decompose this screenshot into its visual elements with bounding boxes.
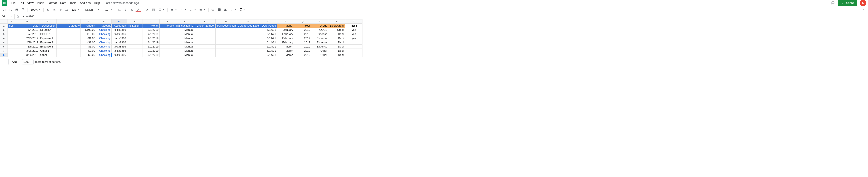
header-cell[interactable]: Group (311, 24, 328, 28)
header-cell[interactable]: Month (277, 24, 294, 28)
header-cell[interactable]: Week (159, 24, 175, 28)
paint-format-button[interactable] (21, 7, 26, 12)
col-header-R[interactable]: R (311, 20, 328, 24)
header-cell[interactable]: Categorized Date (237, 24, 260, 28)
cell[interactable]: February (277, 41, 294, 45)
header-cell[interactable]: Full Description (216, 24, 237, 28)
cell[interactable] (127, 49, 143, 53)
col-header-S[interactable]: S (328, 20, 345, 24)
sheets-logo[interactable] (2, 0, 7, 6)
cell[interactable]: Debit (328, 49, 345, 53)
cell[interactable] (237, 45, 260, 49)
cell[interactable]: Credit (328, 28, 345, 32)
cell[interactable] (237, 32, 260, 36)
number-format-select[interactable]: 123▼ (70, 8, 80, 12)
header-cell[interactable]: Account (96, 24, 112, 28)
cell[interactable]: January (277, 28, 294, 32)
fill-color-button[interactable] (145, 7, 150, 12)
cell[interactable]: Manual (175, 45, 194, 49)
cell[interactable]: -$1.00 (81, 36, 96, 41)
header-cell[interactable]: Check Number (194, 24, 216, 28)
cell[interactable]: 6/14/21 (260, 45, 277, 49)
cell[interactable]: Manual (175, 36, 194, 41)
cell[interactable] (345, 41, 363, 45)
row-header-7[interactable]: 7 (0, 49, 8, 53)
cell[interactable]: 2019 (294, 41, 311, 45)
bold-button[interactable]: B (117, 7, 122, 12)
cell[interactable]: Checking (96, 28, 112, 32)
row-header-5[interactable]: 5 (0, 41, 8, 45)
cell[interactable]: Checking (96, 32, 112, 36)
borders-button[interactable] (151, 7, 156, 12)
text-rotation-button[interactable]: ▼ (198, 8, 207, 12)
cell[interactable] (57, 49, 81, 53)
cell[interactable]: 6/14/21 (260, 36, 277, 41)
header-cell[interactable]: first (8, 24, 15, 28)
cell[interactable] (216, 41, 237, 45)
cell[interactable]: Other 1 (39, 49, 57, 53)
col-header-O[interactable]: O (260, 20, 277, 24)
row-header-6[interactable]: 6 (0, 45, 8, 49)
undo-button[interactable] (2, 7, 7, 12)
cell[interactable]: 2/1/2019 (143, 32, 159, 36)
name-box[interactable]: G8▼ (0, 14, 14, 19)
cell[interactable]: Debit (328, 41, 345, 45)
col-header-K[interactable]: K (175, 20, 194, 24)
header-cell[interactable]: Category (57, 24, 81, 28)
col-header-N[interactable]: N (237, 20, 260, 24)
header-cell[interactable]: Year (294, 24, 311, 28)
cell[interactable]: $100.00 (81, 28, 96, 32)
col-header-L[interactable]: L (194, 20, 216, 24)
grid[interactable]: ABCDEFGHIJKLMNOPQRST1firstDateDescriptio… (0, 19, 868, 57)
cell[interactable] (57, 36, 81, 41)
cell[interactable]: 6/14/21 (260, 49, 277, 53)
cell[interactable]: March (277, 53, 294, 57)
menu-insert[interactable]: Insert (35, 0, 46, 5)
add-rows-count-input[interactable] (22, 59, 34, 65)
cell[interactable]: Manual (175, 32, 194, 36)
col-header-H[interactable]: H (127, 20, 143, 24)
cell[interactable] (237, 28, 260, 32)
vertical-align-button[interactable]: ▼ (179, 8, 188, 12)
cell[interactable]: Checking (96, 45, 112, 49)
decrease-decimal-button[interactable]: .0 (58, 7, 63, 12)
col-header-G[interactable]: G (112, 20, 127, 24)
insert-chart-button[interactable] (223, 7, 228, 12)
cell[interactable] (216, 28, 237, 32)
cell[interactable]: Checking (96, 41, 112, 45)
cell[interactable] (127, 45, 143, 49)
cell[interactable] (237, 53, 260, 57)
insert-link-button[interactable] (210, 7, 216, 12)
col-header-D[interactable]: D (57, 20, 81, 24)
cell[interactable]: February (277, 32, 294, 36)
row-header-2[interactable]: 2 (0, 28, 8, 32)
cell[interactable]: Debit (328, 32, 345, 36)
comments-icon[interactable] (830, 0, 836, 6)
menu-edit[interactable]: Edit (17, 0, 26, 5)
select-all-corner[interactable] (0, 20, 8, 24)
cell[interactable] (194, 41, 216, 45)
cell[interactable]: Manual (175, 28, 194, 32)
insert-comment-button[interactable] (216, 7, 222, 12)
cell[interactable]: Expense 3 (39, 45, 57, 49)
cell[interactable] (57, 32, 81, 36)
cell[interactable] (159, 28, 175, 32)
zoom-select[interactable]: 100%▼ (29, 8, 42, 12)
cell[interactable]: 3/1/2019 (143, 49, 159, 53)
row-header-3[interactable]: 3 (0, 32, 8, 36)
col-header-M[interactable]: M (216, 20, 237, 24)
cell[interactable]: 2019 (294, 32, 311, 36)
cell[interactable]: yes (345, 32, 363, 36)
cell[interactable] (345, 45, 363, 49)
col-header-Q[interactable]: Q (294, 20, 311, 24)
cell[interactable] (194, 32, 216, 36)
increase-decimal-button[interactable]: .00 (64, 7, 69, 12)
cell[interactable]: COGS 1 (39, 32, 57, 36)
cell[interactable] (8, 49, 15, 53)
redo-button[interactable] (8, 7, 13, 12)
menu-tools[interactable]: Tools (68, 0, 78, 5)
cell[interactable]: 3/1/2019 (143, 45, 159, 49)
cell[interactable]: xxxx8366 (112, 41, 127, 45)
cell[interactable] (216, 49, 237, 53)
cell[interactable]: 6/14/21 (260, 53, 277, 57)
